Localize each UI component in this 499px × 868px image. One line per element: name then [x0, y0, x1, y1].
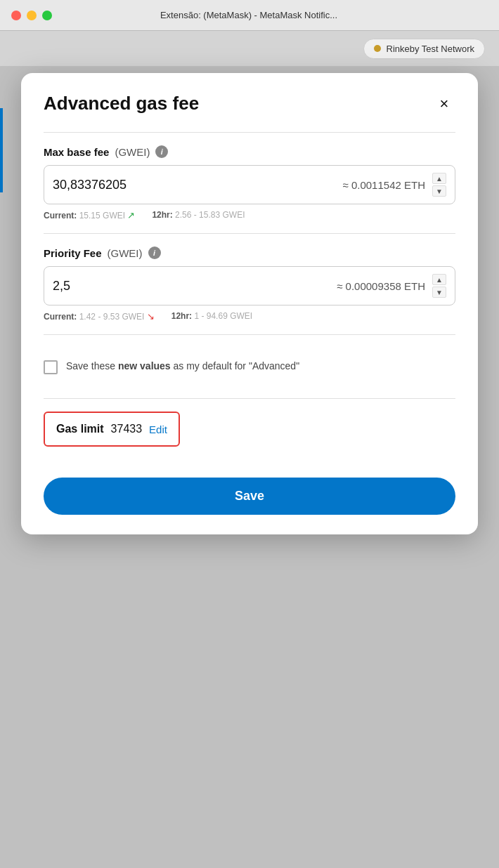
save-defaults-section: Save these new values as my default for … — [44, 348, 455, 386]
priority-fee-info: Current: 1.42 - 9.53 GWEI ↘ 12hr: 1 - 94… — [44, 311, 455, 322]
max-base-fee-stepper: ▲ ▼ — [432, 173, 446, 197]
save-defaults-checkbox[interactable] — [44, 360, 58, 374]
window-title: Extensão: (MetaMask) - MetaMask Notific.… — [10, 10, 488, 20]
max-base-fee-decrement[interactable]: ▼ — [432, 185, 446, 197]
gas-limit-container: Gas limit 37433 Edit — [44, 412, 455, 461]
section-divider-2 — [44, 334, 455, 335]
priority-fee-increment[interactable]: ▲ — [432, 274, 446, 285]
save-defaults-text-2: as my default for "Advanced" — [171, 360, 299, 371]
max-base-fee-increment[interactable]: ▲ — [432, 173, 446, 184]
priority-fee-stepper: ▲ ▼ — [432, 274, 446, 298]
max-base-fee-info: Current: 15.15 GWEI ↗ 12hr: 2.56 - 15.83… — [44, 210, 455, 221]
page-background: Advanced gas fee × Max base fee (GWEI) i… — [0, 66, 499, 868]
close-button[interactable]: × — [433, 93, 455, 115]
gas-limit-section: Gas limit 37433 Edit — [44, 412, 180, 447]
save-defaults-text-1: Save these — [66, 360, 118, 371]
save-defaults-text: Save these new values as my default for … — [66, 359, 299, 374]
network-name: Rinkeby Test Network — [387, 44, 474, 54]
network-bar: Rinkeby Test Network — [0, 31, 499, 66]
max-base-fee-input[interactable] — [53, 178, 343, 192]
priority-fee-12hr-label: 12hr: — [171, 311, 192, 321]
modal-header: Advanced gas fee × — [44, 93, 455, 115]
priority-fee-eth-value: ≈ 0.00009358 ETH — [337, 280, 425, 292]
gas-limit-label: Gas limit — [56, 423, 104, 435]
priority-fee-current-label: Current: — [44, 312, 77, 322]
priority-fee-unit: (GWEI) — [108, 247, 143, 259]
section-divider-1 — [44, 233, 455, 234]
max-base-fee-section: Max base fee (GWEI) i ≈ 0.0011542 ETH ▲ … — [44, 145, 455, 221]
max-base-fee-label: Max base fee (GWEI) i — [44, 145, 455, 158]
priority-fee-current-value: 1.42 - 9.53 GWEI ↘ — [79, 312, 155, 322]
modal-title: Advanced gas fee — [44, 93, 199, 114]
max-base-fee-eth-value: ≈ 0.0011542 ETH — [343, 179, 425, 191]
max-base-fee-current-value: 15.15 GWEI ↗ — [79, 211, 136, 221]
priority-fee-input-row: ≈ 0.00009358 ETH ▲ ▼ — [44, 266, 455, 305]
network-badge[interactable]: Rinkeby Test Network — [363, 39, 485, 59]
section-divider-3 — [44, 398, 455, 399]
priority-fee-label-text: Priority Fee — [44, 247, 102, 259]
max-base-fee-label-text: Max base fee — [44, 146, 109, 158]
priority-fee-arrow: ↘ — [147, 311, 155, 322]
max-base-fee-info-icon[interactable]: i — [155, 145, 168, 158]
priority-fee-label: Priority Fee (GWEI) i — [44, 246, 455, 259]
max-base-fee-12hr-value: 2.56 - 15.83 GWEI — [175, 210, 245, 220]
max-base-fee-arrow: ↗ — [127, 210, 135, 221]
gas-limit-value: 37433 — [111, 423, 143, 435]
priority-fee-12hr-value: 1 - 94.69 GWEI — [194, 311, 252, 321]
priority-fee-input[interactable] — [53, 279, 337, 294]
max-base-fee-input-row: ≈ 0.0011542 ETH ▲ ▼ — [44, 165, 455, 204]
advanced-gas-fee-modal: Advanced gas fee × Max base fee (GWEI) i… — [21, 73, 478, 534]
header-divider — [44, 132, 455, 133]
priority-fee-section: Priority Fee (GWEI) i ≈ 0.00009358 ETH ▲… — [44, 246, 455, 322]
network-status-dot — [374, 45, 381, 52]
max-base-fee-12hr-label: 12hr: — [152, 210, 172, 220]
title-bar: Extensão: (MetaMask) - MetaMask Notific.… — [0, 0, 499, 31]
max-base-fee-unit: (GWEI) — [115, 146, 150, 158]
save-button[interactable]: Save — [44, 478, 455, 515]
save-defaults-text-bold: new values — [118, 360, 171, 371]
priority-fee-info-icon[interactable]: i — [148, 246, 161, 259]
max-base-fee-current-label: Current: — [44, 211, 77, 221]
gas-limit-edit-link[interactable]: Edit — [149, 423, 167, 435]
priority-fee-decrement[interactable]: ▼ — [432, 287, 446, 298]
